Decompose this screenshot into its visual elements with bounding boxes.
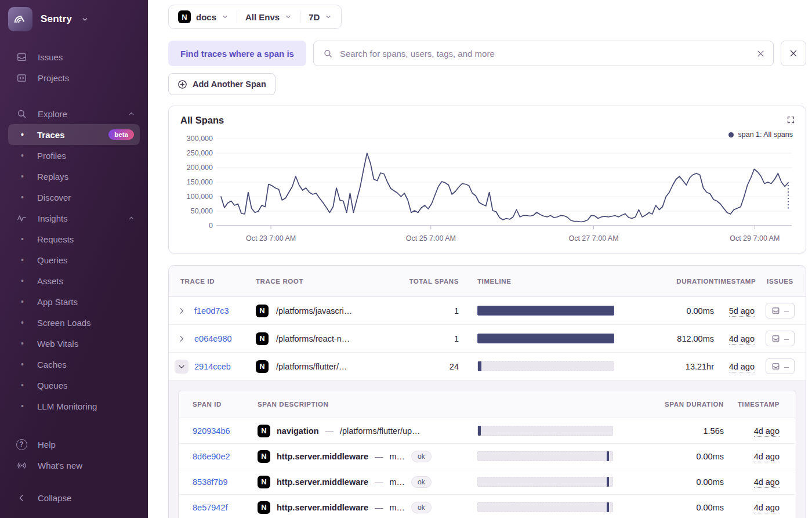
bullet-icon: • xyxy=(21,151,29,160)
project-name: docs xyxy=(196,12,216,22)
add-another-span-button[interactable]: Add Another Span xyxy=(168,73,276,95)
total-spans: 1 xyxy=(383,334,459,343)
timeline-bar xyxy=(477,306,614,316)
chevron-down-icon xyxy=(325,13,332,20)
col-trace-id: TRACE ID xyxy=(169,278,256,285)
svg-text:300,000: 300,000 xyxy=(187,135,213,143)
sidebar-item-issues[interactable]: Issues xyxy=(0,46,148,67)
issues-button[interactable]: – xyxy=(766,358,795,374)
sidebar-item-web-vitals[interactable]: • Web Vitals xyxy=(8,333,140,354)
bullet-icon: • xyxy=(21,193,29,202)
sidebar-item-projects[interactable]: Projects xyxy=(0,67,148,88)
expand-row-button[interactable] xyxy=(177,307,186,315)
issues-button[interactable]: – xyxy=(766,331,795,346)
total-spans: 1 xyxy=(383,306,459,316)
sidebar-section-explore[interactable]: Explore xyxy=(0,103,148,124)
date-range: 7D xyxy=(309,12,320,22)
svg-text:Oct 29 7:00 AM: Oct 29 7:00 AM xyxy=(730,234,780,242)
bullet-icon: • xyxy=(21,381,29,390)
trace-root: /platforms/javascri… xyxy=(276,306,352,316)
trace-id-link[interactable]: f1e0d7c3 xyxy=(194,306,229,316)
clear-search-icon[interactable] xyxy=(756,49,765,58)
date-range-selector[interactable]: 7D xyxy=(309,12,332,22)
sidebar-collapse-button[interactable]: Collapse xyxy=(0,487,148,508)
sidebar-item-replays[interactable]: • Replays xyxy=(8,166,140,187)
span-id-link[interactable]: 920934b6 xyxy=(193,426,230,436)
sidebar-item-queries[interactable]: • Queries xyxy=(8,249,140,270)
nextjs-icon: N xyxy=(258,450,270,463)
span-op: navigation xyxy=(277,426,319,436)
span-duration: 0.00ms xyxy=(618,503,728,512)
chart-legend: span 1: All spans xyxy=(728,131,793,139)
nextjs-icon: N xyxy=(258,425,270,437)
timestamp[interactable]: 4d ago xyxy=(754,426,780,437)
total-spans: 24 xyxy=(383,362,459,371)
sidebar-item-help[interactable]: ? Help xyxy=(0,434,148,455)
line-chart: 050,000100,000150,000200,000250,000300,0… xyxy=(180,126,794,248)
span-row[interactable]: 8e57942f N http.server.middleware — m… o… xyxy=(179,495,796,518)
timeline-bar xyxy=(477,334,614,343)
col-duration: DURATION xyxy=(621,278,714,285)
sidebar-item-profiles[interactable]: • Profiles xyxy=(8,145,140,166)
timestamp[interactable]: 4d ago xyxy=(754,503,780,513)
issues-icon xyxy=(15,52,28,63)
trace-id-link[interactable]: e064e980 xyxy=(194,334,232,343)
sidebar-section-insights[interactable]: Insights xyxy=(0,208,148,229)
span-duration: 0.00ms xyxy=(618,477,728,487)
trace-row[interactable]: f1e0d7c3 N/platforms/javascri… 1 0.00ms … xyxy=(169,297,806,325)
chart-title: All Spans xyxy=(180,115,794,126)
sidebar-item-traces[interactable]: • Traces beta xyxy=(8,124,140,145)
divider xyxy=(237,10,237,23)
span-id-link[interactable]: 8d6e90e2 xyxy=(193,452,230,461)
insights-icon xyxy=(15,213,28,224)
svg-text:50,000: 50,000 xyxy=(191,207,213,215)
bullet-icon: • xyxy=(21,172,29,181)
timestamp[interactable]: 4d ago xyxy=(729,362,755,372)
span-id-link[interactable]: 8e57942f xyxy=(193,503,227,512)
org-switcher[interactable]: Sentry xyxy=(0,0,148,37)
fullscreen-icon[interactable] xyxy=(786,115,795,126)
sidebar-item-screen-loads[interactable]: • Screen Loads xyxy=(8,312,140,333)
timeline-bar xyxy=(477,426,613,436)
sidebar-item-what-s-new[interactable]: What's new xyxy=(0,455,148,476)
sidebar-item-llm-monitoring[interactable]: • LLM Monitoring xyxy=(8,396,140,416)
trace-row[interactable]: e064e980 N/platforms/react-n… 1 812.00ms… xyxy=(169,325,806,353)
timestamp[interactable]: 4d ago xyxy=(729,334,755,345)
span-op: http.server.middleware xyxy=(277,503,368,512)
page-filter-bar: N docs All Envs 7D xyxy=(168,5,342,29)
org-name: Sentry xyxy=(41,13,72,25)
duration: 13.21hr xyxy=(621,362,714,371)
sidebar-item-discover[interactable]: • Discover xyxy=(8,187,140,208)
span-row[interactable]: 8d6e90e2 N http.server.middleware — m… o… xyxy=(179,444,796,469)
find-traces-label: Find traces where a span is xyxy=(168,41,306,66)
sidebar-item-requests[interactable]: • Requests xyxy=(8,229,140,249)
project-selector[interactable]: N docs xyxy=(178,10,229,23)
span-id-link[interactable]: 8538f7b9 xyxy=(193,477,227,487)
beta-badge: beta xyxy=(108,129,134,140)
remove-span-condition-button[interactable] xyxy=(781,41,806,66)
timestamp[interactable]: 4d ago xyxy=(754,477,780,488)
span-search-bar[interactable] xyxy=(313,41,774,66)
issues-button[interactable]: – xyxy=(766,303,795,318)
search-icon xyxy=(15,108,28,119)
timestamp[interactable]: 5d ago xyxy=(729,306,755,317)
timestamp[interactable]: 4d ago xyxy=(754,452,780,462)
collapse-row-button[interactable] xyxy=(175,360,188,374)
environment-selector[interactable]: All Envs xyxy=(245,12,292,22)
nextjs-icon: N xyxy=(258,476,270,488)
chevron-up-icon xyxy=(128,215,135,222)
expand-row-button[interactable] xyxy=(177,335,186,343)
col-trace-root: TRACE ROOT xyxy=(256,278,383,285)
span-row[interactable]: 920934b6 N navigation — /platforms/flutt… xyxy=(179,418,796,444)
sidebar-item-app-starts[interactable]: • App Starts xyxy=(8,291,140,312)
timeline-bar xyxy=(477,477,613,487)
sidebar-item-caches[interactable]: • Caches xyxy=(8,354,140,375)
search-input[interactable] xyxy=(340,49,748,59)
chevron-down-icon xyxy=(285,13,292,20)
sidebar-item-assets[interactable]: • Assets xyxy=(8,270,140,291)
svg-text:150,000: 150,000 xyxy=(187,178,213,186)
trace-row[interactable]: 2914cceb N/platforms/flutter/… 24 13.21h… xyxy=(169,353,806,381)
trace-id-link[interactable]: 2914cceb xyxy=(194,362,231,371)
sidebar-item-queues[interactable]: • Queues xyxy=(8,375,140,396)
span-row[interactable]: 8538f7b9 N http.server.middleware — m… o… xyxy=(179,469,796,495)
